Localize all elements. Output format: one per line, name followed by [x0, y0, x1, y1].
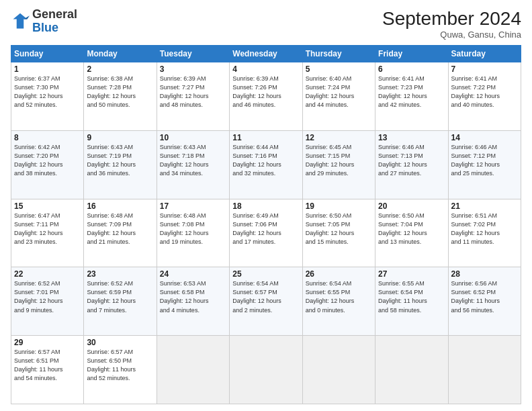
- calendar-cell: 25 Sunrise: 6:54 AMSunset: 6:57 PMDaylig…: [230, 267, 302, 336]
- calendar-cell: 1 Sunrise: 6:37 AMSunset: 7:30 PMDayligh…: [11, 62, 84, 131]
- calendar-cell: 15 Sunrise: 6:47 AMSunset: 7:11 PMDaylig…: [11, 199, 84, 267]
- calendar-cell: 20 Sunrise: 6:50 AMSunset: 7:04 PMDaylig…: [375, 199, 448, 267]
- calendar-cell-empty: [448, 336, 521, 404]
- col-thursday: Thursday: [302, 46, 375, 62]
- svg-marker-0: [13, 13, 28, 29]
- table-row: 8 Sunrise: 6:42 AMSunset: 7:20 PMDayligh…: [11, 130, 521, 199]
- calendar-cell: 17 Sunrise: 6:48 AMSunset: 7:08 PMDaylig…: [157, 199, 229, 267]
- col-tuesday: Tuesday: [157, 46, 229, 62]
- col-saturday: Saturday: [448, 46, 521, 62]
- table-row: 29 Sunrise: 6:57 AMSunset: 6:51 PMDaylig…: [11, 336, 521, 404]
- title-block: September 2024 Quwa, Gansu, China: [382, 8, 521, 40]
- logo-icon: [11, 12, 30, 31]
- logo-general-text: General: [32, 7, 77, 21]
- calendar-cell: 5 Sunrise: 6:40 AMSunset: 7:24 PMDayligh…: [302, 62, 375, 131]
- calendar-cell: 9 Sunrise: 6:43 AMSunset: 7:19 PMDayligh…: [84, 130, 157, 199]
- calendar-cell: 22 Sunrise: 6:52 AMSunset: 7:01 PMDaylig…: [11, 267, 84, 336]
- calendar-cell: 16 Sunrise: 6:48 AMSunset: 7:09 PMDaylig…: [84, 199, 157, 267]
- calendar-cell: 21 Sunrise: 6:51 AMSunset: 7:02 PMDaylig…: [448, 199, 521, 267]
- calendar-header-row: Sunday Monday Tuesday Wednesday Thursday…: [11, 46, 521, 62]
- calendar-cell: 7 Sunrise: 6:41 AMSunset: 7:22 PMDayligh…: [448, 62, 521, 131]
- calendar-cell: 11 Sunrise: 6:44 AMSunset: 7:16 PMDaylig…: [230, 130, 302, 199]
- calendar-cell: 4 Sunrise: 6:39 AMSunset: 7:26 PMDayligh…: [230, 62, 302, 131]
- page: General Blue September 2024 Quwa, Gansu,…: [0, 0, 532, 411]
- calendar-cell: 19 Sunrise: 6:50 AMSunset: 7:05 PMDaylig…: [302, 199, 375, 267]
- calendar-cell: 2 Sunrise: 6:38 AMSunset: 7:28 PMDayligh…: [84, 62, 157, 131]
- calendar-cell: 28 Sunrise: 6:56 AMSunset: 6:52 PMDaylig…: [448, 267, 521, 336]
- logo-blue-text: Blue: [32, 21, 58, 34]
- col-wednesday: Wednesday: [230, 46, 302, 62]
- calendar-cell: 30 Sunrise: 6:57 AMSunset: 6:50 PMDaylig…: [84, 336, 157, 404]
- calendar-cell: 3 Sunrise: 6:39 AMSunset: 7:27 PMDayligh…: [157, 62, 229, 131]
- calendar-cell: 12 Sunrise: 6:45 AMSunset: 7:15 PMDaylig…: [302, 130, 375, 199]
- logo: General Blue: [11, 8, 77, 35]
- col-friday: Friday: [375, 46, 448, 62]
- header: General Blue September 2024 Quwa, Gansu,…: [11, 8, 521, 40]
- calendar-cell: 24 Sunrise: 6:53 AMSunset: 6:58 PMDaylig…: [157, 267, 229, 336]
- calendar: Sunday Monday Tuesday Wednesday Thursday…: [11, 45, 521, 404]
- calendar-cell-empty: [302, 336, 375, 404]
- calendar-cell: 14 Sunrise: 6:46 AMSunset: 7:12 PMDaylig…: [448, 130, 521, 199]
- calendar-cell: 13 Sunrise: 6:46 AMSunset: 7:13 PMDaylig…: [375, 130, 448, 199]
- calendar-cell-empty: [375, 336, 448, 404]
- table-row: 22 Sunrise: 6:52 AMSunset: 7:01 PMDaylig…: [11, 267, 521, 336]
- calendar-cell-empty: [230, 336, 302, 404]
- calendar-cell-empty: [157, 336, 229, 404]
- col-monday: Monday: [84, 46, 157, 62]
- calendar-cell: 6 Sunrise: 6:41 AMSunset: 7:23 PMDayligh…: [375, 62, 448, 131]
- month-title: September 2024: [382, 8, 521, 30]
- calendar-cell: 29 Sunrise: 6:57 AMSunset: 6:51 PMDaylig…: [11, 336, 84, 404]
- calendar-cell: 8 Sunrise: 6:42 AMSunset: 7:20 PMDayligh…: [11, 130, 84, 199]
- calendar-cell: 26 Sunrise: 6:54 AMSunset: 6:55 PMDaylig…: [302, 267, 375, 336]
- calendar-cell: 18 Sunrise: 6:49 AMSunset: 7:06 PMDaylig…: [230, 199, 302, 267]
- table-row: 15 Sunrise: 6:47 AMSunset: 7:11 PMDaylig…: [11, 199, 521, 267]
- calendar-cell: 10 Sunrise: 6:43 AMSunset: 7:18 PMDaylig…: [157, 130, 229, 199]
- calendar-cell: 23 Sunrise: 6:52 AMSunset: 6:59 PMDaylig…: [84, 267, 157, 336]
- table-row: 1 Sunrise: 6:37 AMSunset: 7:30 PMDayligh…: [11, 62, 521, 131]
- calendar-cell: 27 Sunrise: 6:55 AMSunset: 6:54 PMDaylig…: [375, 267, 448, 336]
- subtitle: Quwa, Gansu, China: [382, 30, 521, 40]
- col-sunday: Sunday: [11, 46, 84, 62]
